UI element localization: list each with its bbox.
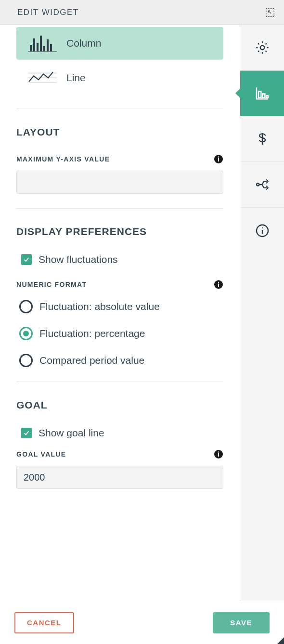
chart-type-label: Line — [66, 72, 86, 84]
divider — [16, 109, 223, 109]
svg-rect-8 — [50, 44, 52, 51]
nav-tab-currency[interactable] — [240, 116, 284, 162]
goal-value-input[interactable] — [16, 466, 223, 489]
main-content[interactable]: Column Line LAYOUT — [0, 25, 240, 601]
cancel-button[interactable]: CANCEL — [14, 612, 74, 633]
info-icon[interactable] — [214, 449, 223, 459]
show-goal-line-label: Show goal line — [39, 427, 104, 439]
column-chart-icon — [28, 35, 57, 52]
line-chart-icon — [28, 69, 57, 87]
show-fluctuations-label: Show fluctuations — [39, 254, 118, 265]
show-fluctuations-checkbox-row[interactable]: Show fluctuations — [21, 254, 223, 265]
svg-rect-24 — [266, 96, 268, 98]
svg-rect-23 — [262, 94, 265, 98]
section-title-display: DISPLAY PREFERENCES — [16, 226, 223, 237]
info-circle-icon — [255, 223, 270, 238]
section-title-layout: LAYOUT — [16, 126, 223, 138]
svg-rect-14 — [218, 157, 219, 158]
nav-tab-info[interactable] — [240, 208, 284, 253]
svg-rect-22 — [258, 91, 261, 98]
divider — [16, 208, 223, 209]
svg-point-25 — [257, 183, 259, 186]
svg-point-21 — [260, 46, 264, 50]
checkbox-checked-icon — [21, 428, 32, 438]
nav-tab-data-source[interactable] — [240, 162, 284, 208]
svg-rect-4 — [37, 43, 39, 51]
radio-label: Fluctuation: absolute value — [39, 301, 160, 312]
radio-selected-icon — [19, 327, 33, 340]
panel-title: EDIT WIDGET — [17, 8, 79, 17]
chart-type-column[interactable]: Column — [16, 27, 223, 60]
svg-rect-6 — [43, 46, 45, 51]
chart-type-line[interactable]: Line — [16, 62, 223, 94]
radio-fluctuation-absolute[interactable]: Fluctuation: absolute value — [19, 300, 223, 313]
panel-header: EDIT WIDGET — [0, 0, 284, 25]
display-preferences-section: DISPLAY PREFERENCES Show fluctuations NU… — [16, 226, 223, 367]
right-nav — [240, 25, 284, 601]
save-button[interactable]: SAVE — [213, 612, 270, 633]
svg-rect-2 — [30, 45, 32, 51]
numeric-format-radio-group: Fluctuation: absolute value Fluctuation:… — [16, 300, 223, 367]
svg-rect-17 — [218, 282, 219, 283]
max-y-axis-label: MAXIMUM Y-AXIS VALUE — [16, 155, 110, 163]
svg-rect-5 — [40, 36, 42, 51]
svg-rect-19 — [218, 453, 219, 457]
radio-fluctuation-percentage[interactable]: Fluctuation: percentage — [19, 327, 223, 340]
goal-value-label: GOAL VALUE — [16, 450, 66, 458]
svg-rect-13 — [218, 158, 219, 161]
svg-rect-20 — [218, 452, 219, 453]
numeric-format-label: NUMERIC FORMAT — [16, 281, 87, 288]
nav-tab-settings[interactable] — [240, 25, 284, 71]
radio-label: Fluctuation: percentage — [39, 328, 145, 339]
chart-type-label: Column — [66, 37, 101, 49]
radio-icon — [19, 354, 33, 367]
goal-section: GOAL Show goal line GOAL VALUE — [16, 399, 223, 489]
expand-icon[interactable] — [265, 7, 275, 18]
dollar-icon — [255, 131, 270, 147]
radio-label: Compared period value — [39, 355, 144, 366]
svg-rect-7 — [47, 39, 49, 51]
data-flow-icon — [255, 177, 270, 192]
radio-icon — [19, 300, 33, 313]
info-icon[interactable] — [214, 154, 223, 164]
max-y-axis-input[interactable] — [16, 171, 223, 194]
svg-rect-3 — [33, 38, 35, 51]
svg-rect-16 — [218, 284, 219, 287]
nav-tab-chart[interactable] — [240, 71, 284, 116]
section-title-goal: GOAL — [16, 399, 223, 411]
bar-chart-icon — [255, 86, 270, 101]
divider — [16, 382, 223, 382]
svg-point-28 — [261, 227, 262, 228]
resize-handle-icon[interactable] — [277, 637, 284, 644]
chart-type-group: Column Line — [16, 27, 223, 94]
gear-icon — [255, 40, 270, 55]
show-goal-line-checkbox-row[interactable]: Show goal line — [21, 427, 223, 439]
layout-section: LAYOUT MAXIMUM Y-AXIS VALUE — [16, 126, 223, 194]
footer: CANCEL SAVE — [0, 601, 284, 644]
info-icon[interactable] — [214, 280, 223, 289]
radio-compared-period[interactable]: Compared period value — [19, 354, 223, 367]
checkbox-checked-icon — [21, 254, 32, 265]
